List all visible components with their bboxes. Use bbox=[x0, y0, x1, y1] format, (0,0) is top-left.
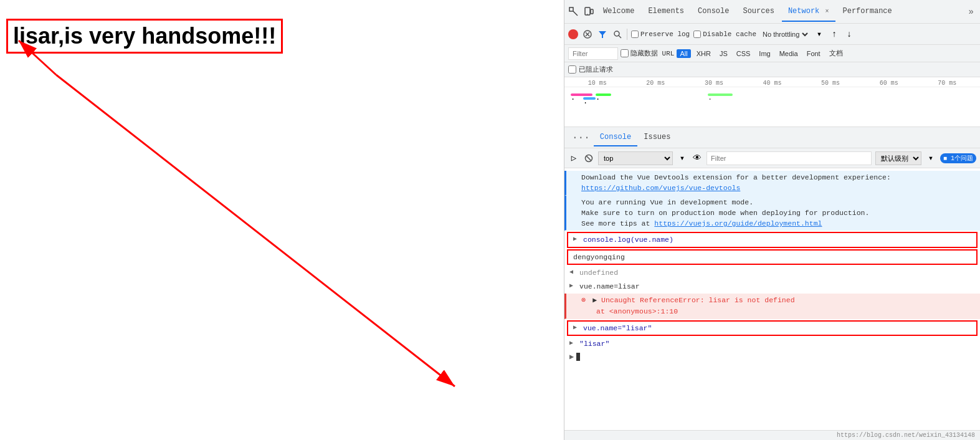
console-more-icon[interactable]: ··· bbox=[568, 132, 594, 143]
page-title: lisar,is very handsome!!! bbox=[6, 19, 283, 54]
inspect-icon[interactable] bbox=[567, 5, 581, 19]
ruler-60ms: 60 ms bbox=[860, 80, 918, 87]
network-timeline: 10 ms 20 ms 30 ms 40 ms 50 ms 60 ms 70 m… bbox=[564, 77, 980, 127]
console-line-name-output: dengyongqing bbox=[567, 249, 978, 265]
svg-rect-3 bbox=[569, 7, 573, 11]
console-code-log: console.log(vue.name) bbox=[583, 236, 673, 244]
throttle-select[interactable]: No throttling bbox=[760, 30, 810, 39]
vue-devtools-link[interactable]: https://github.com/vuejs/vue-devtools bbox=[581, 184, 740, 192]
filter-doc-button[interactable]: 文档 bbox=[826, 48, 846, 59]
search-icon[interactable] bbox=[612, 29, 623, 40]
expand-arrow-2[interactable]: ◀ bbox=[569, 267, 573, 277]
network-tab-close[interactable]: × bbox=[825, 8, 829, 15]
prompt-cursor bbox=[576, 353, 580, 361]
prompt-caret: ▶ bbox=[569, 352, 574, 361]
tab-performance[interactable]: Performance bbox=[837, 2, 898, 22]
console-line-lisar-output: ▶ "lisar" bbox=[564, 337, 980, 351]
separator bbox=[627, 29, 627, 40]
console-line-vue-dev: You are running Vue in development mode.… bbox=[564, 196, 980, 231]
filter-input[interactable] bbox=[568, 47, 618, 60]
console-line-undefined: ◀ undefined bbox=[564, 266, 980, 280]
console-assign-text: vue.name=lisar bbox=[579, 282, 640, 290]
timeline-bars: . . . . bbox=[564, 87, 980, 118]
console-block-icon[interactable] bbox=[583, 153, 594, 164]
console-line-log-input: ▶ console.log(vue.name) bbox=[567, 232, 978, 247]
filter-font-button[interactable]: Font bbox=[804, 49, 824, 58]
export-icon[interactable]: ↓ bbox=[844, 29, 855, 40]
network-toolbar: Preserve log Disable cache No throttling… bbox=[564, 24, 980, 45]
console-code-lisar: vue.name="lisar" bbox=[583, 324, 652, 332]
devtools-tab-bar: Welcome Elements Console Sources Network… bbox=[564, 0, 980, 24]
expand-arrow-3[interactable]: ▶ bbox=[569, 281, 573, 290]
console-line-vue-devtools: Download the Vue Devtools extension for … bbox=[564, 171, 980, 196]
expand-arrow-5[interactable]: ▶ bbox=[569, 338, 573, 348]
error-text: Uncaught ReferenceError: lisar is not de… bbox=[601, 296, 795, 304]
device-icon[interactable] bbox=[582, 5, 596, 19]
ruler-10ms: 10 ms bbox=[568, 80, 627, 87]
disable-cache-checkbox[interactable] bbox=[693, 31, 701, 38]
arrow-decoration bbox=[0, 0, 564, 440]
throttle-arrow-icon[interactable]: ▾ bbox=[814, 29, 825, 40]
console-tab-bar: ··· Console Issues bbox=[564, 127, 980, 148]
preserve-log-checkbox[interactable] bbox=[631, 31, 639, 38]
svg-rect-6 bbox=[591, 9, 593, 14]
more-tabs-icon[interactable]: » bbox=[965, 7, 978, 17]
tab-elements[interactable]: Elements bbox=[642, 2, 690, 22]
svg-marker-11 bbox=[599, 31, 606, 38]
filter-css-button[interactable]: CSS bbox=[733, 49, 754, 58]
console-undefined-text: undefined bbox=[579, 269, 618, 277]
console-prompt-line: ▶ bbox=[564, 351, 980, 363]
ruler-20ms: 20 ms bbox=[627, 80, 685, 87]
svg-line-15 bbox=[587, 156, 591, 160]
filter-img-button[interactable]: Img bbox=[756, 49, 773, 58]
filter-xhr-button[interactable]: XHR bbox=[693, 49, 714, 58]
console-output-name: dengyongqing bbox=[573, 253, 625, 261]
blocked-checkbox[interactable] bbox=[568, 65, 576, 74]
error-icon: ⊗ bbox=[581, 296, 586, 305]
blocked-label[interactable]: 已阻止请求 bbox=[568, 65, 613, 74]
level-select[interactable]: 默认级别 bbox=[875, 151, 921, 165]
blocked-row: 已阻止请求 bbox=[564, 62, 980, 77]
devtools-panel: Welcome Elements Console Sources Network… bbox=[564, 0, 980, 440]
tab-issues[interactable]: Issues bbox=[637, 129, 677, 146]
status-bar: https://blog.csdn.net/weixin_43134148 bbox=[564, 430, 980, 440]
disable-cache-label[interactable]: Disable cache bbox=[693, 31, 756, 38]
filter-js-button[interactable]: JS bbox=[716, 49, 731, 58]
record-button[interactable] bbox=[568, 29, 578, 39]
console-filter-input[interactable] bbox=[706, 151, 872, 165]
filter-all-button[interactable]: All bbox=[677, 49, 690, 58]
console-execute-icon[interactable]: ▷ bbox=[568, 153, 579, 164]
ruler-70ms: 70 ms bbox=[918, 80, 976, 87]
page-area: lisar,is very handsome!!! bbox=[0, 0, 564, 440]
console-eye-icon[interactable]: 👁 bbox=[692, 153, 703, 164]
level-arrow-icon[interactable]: ▾ bbox=[925, 153, 936, 164]
error-expand[interactable]: ▶ bbox=[592, 296, 597, 304]
clear-button[interactable] bbox=[582, 29, 593, 40]
console-line-assign: ▶ vue.name=lisar bbox=[564, 280, 980, 294]
preserve-log-label[interactable]: Preserve log bbox=[631, 31, 690, 38]
svg-line-13 bbox=[619, 36, 621, 38]
hide-data-url-checkbox[interactable] bbox=[621, 49, 629, 57]
expand-arrow[interactable]: ▶ bbox=[573, 234, 577, 244]
svg-line-4 bbox=[573, 11, 578, 16]
console-line-error: ⊗ ▶ Uncaught ReferenceError: lisar is no… bbox=[564, 294, 980, 318]
console-arrow-icon[interactable]: ▾ bbox=[677, 153, 688, 164]
status-url: https://blog.csdn.net/weixin_43134148 bbox=[837, 432, 975, 439]
vue-deployment-link[interactable]: https://vuejs.org/guide/deployment.html bbox=[654, 219, 822, 227]
ruler-40ms: 40 ms bbox=[743, 80, 802, 87]
bottom-panel: ··· Console Issues ▷ top ▾ 👁 默认级别 ▾ ■ 1个… bbox=[564, 127, 980, 440]
tab-welcome[interactable]: Welcome bbox=[597, 2, 640, 22]
expand-arrow-4[interactable]: ▶ bbox=[573, 323, 577, 332]
tab-console[interactable]: Console bbox=[692, 2, 735, 22]
tab-network[interactable]: Network × bbox=[782, 2, 835, 22]
ruler-50ms: 50 ms bbox=[801, 80, 860, 87]
filter-media-button[interactable]: Media bbox=[776, 49, 801, 58]
tab-sources[interactable]: Sources bbox=[736, 2, 780, 22]
tab-console-bottom[interactable]: Console bbox=[594, 129, 637, 146]
console-output: Download the Vue Devtools extension for … bbox=[564, 168, 980, 430]
console-context-select[interactable]: top bbox=[598, 151, 673, 165]
hide-data-url-label[interactable]: 隐藏数据 URL bbox=[621, 49, 674, 58]
import-icon[interactable]: ↑ bbox=[829, 29, 840, 40]
ruler-30ms: 30 ms bbox=[685, 80, 743, 87]
filter-icon[interactable] bbox=[597, 29, 608, 40]
